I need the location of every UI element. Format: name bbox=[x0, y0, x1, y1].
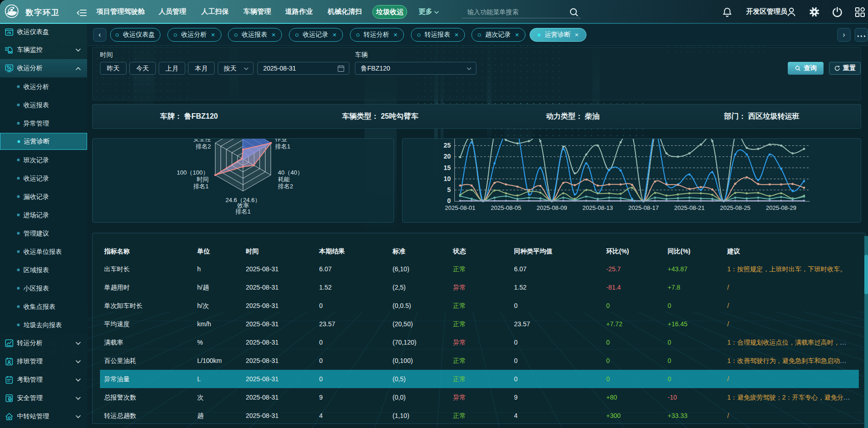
svg-text:2025-08-09: 2025-08-09 bbox=[536, 204, 567, 211]
svg-text:2025-08-25: 2025-08-25 bbox=[720, 204, 751, 211]
svg-text:20: 20 bbox=[443, 153, 451, 160]
svg-text:排名1: 排名1 bbox=[194, 183, 209, 190]
svg-text:25: 25 bbox=[443, 142, 451, 149]
svg-text:2025-08-21: 2025-08-21 bbox=[674, 204, 705, 211]
svg-text:排名1: 排名1 bbox=[275, 143, 290, 150]
svg-text:2025-08-29: 2025-08-29 bbox=[766, 204, 796, 211]
svg-text:2025-08-17: 2025-08-17 bbox=[628, 204, 659, 211]
svg-text:10: 10 bbox=[443, 175, 451, 182]
svg-text:安全性: 安全性 bbox=[193, 139, 211, 143]
svg-text:0: 0 bbox=[447, 197, 451, 204]
svg-text:2025-08-01: 2025-08-01 bbox=[445, 204, 475, 211]
svg-text:2025-08-05: 2025-08-05 bbox=[491, 204, 521, 211]
svg-text:作业: 作业 bbox=[275, 139, 287, 143]
svg-text:15: 15 bbox=[443, 164, 451, 171]
svg-text:5: 5 bbox=[447, 186, 451, 193]
svg-text:排名2: 排名2 bbox=[278, 183, 293, 190]
svg-text:排名2: 排名2 bbox=[196, 143, 211, 150]
svg-text:100（100）: 100（100） bbox=[177, 169, 209, 176]
svg-text:2025-08-13: 2025-08-13 bbox=[582, 204, 613, 211]
svg-text:时间: 时间 bbox=[197, 176, 209, 183]
svg-text:排名1: 排名1 bbox=[235, 208, 250, 215]
svg-text:40（40）: 40（40） bbox=[278, 169, 303, 176]
svg-text:耗能: 耗能 bbox=[278, 176, 290, 183]
